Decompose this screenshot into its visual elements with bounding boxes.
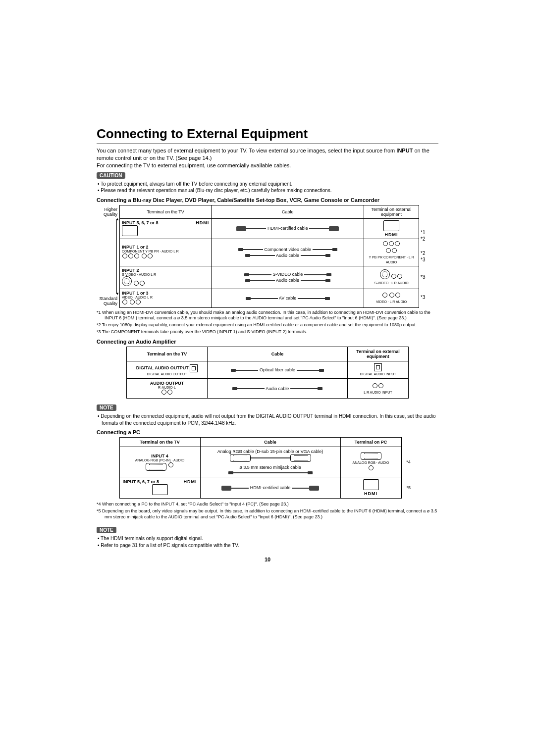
note-ref: *5 (406, 485, 411, 490)
header-tv: Terminal on the TV (127, 347, 208, 361)
rca-icon (392, 248, 397, 253)
hdmi-plug-icon (309, 486, 319, 491)
input-label: INPUT 1 or 2 (122, 245, 149, 250)
title-rule (97, 144, 438, 144)
rca-icon (391, 274, 396, 279)
cable-label: Analog RGB cable (D-sub 15-pin cable or … (204, 449, 337, 454)
intro-input-word: INPUT (396, 148, 413, 153)
hdmi-port-icon (152, 484, 168, 495)
input-label: AUDIO OUTPUT (150, 381, 184, 386)
input-label: INPUT 2 (122, 268, 139, 273)
note-badge: NOTE (97, 527, 116, 533)
table-row: INPUT 4 ANALOG RGB (PC-IN) · AUDIO Analo… (119, 447, 416, 477)
pc-footnotes: *4 When connecting a PC to the INPUT 4, … (97, 502, 438, 520)
hdmi-plug-icon (329, 226, 339, 231)
rca-icon (395, 293, 400, 298)
rca-icon (136, 300, 141, 304)
vga-plug-icon (290, 454, 311, 462)
amp-section-heading: Connecting an Audio Amplifier (97, 339, 438, 345)
table-row: AUDIO OUTPUT R-AUDIO-L Audio cable L R A… (127, 379, 409, 399)
rca-icon (130, 300, 135, 304)
audio-jack-icon (168, 462, 173, 467)
caution-badge: CAUTION (97, 172, 125, 179)
audio-jack-icon (369, 465, 374, 470)
rca-icon (397, 274, 402, 279)
pc-note-list: The HDMI terminals only support digital … (97, 535, 438, 549)
amp-note-item: Depending on the connected equipment, au… (102, 413, 438, 426)
pc-note-item: The HDMI terminals only support digital … (102, 535, 438, 542)
hdmi-logo: HDMI (196, 220, 209, 225)
page-content: Connecting to External Equipment You can… (97, 0, 438, 562)
table-header-row: Terminal on the TV Cable Terminal on PC (119, 438, 416, 447)
note-ref: *2 (421, 236, 431, 242)
cable-label: Component video cable (264, 247, 311, 252)
header-ext: Terminal on external equipment (348, 347, 409, 361)
input-label: INPUT 5, 6, 7 or 8 (123, 479, 160, 484)
pc-table: Terminal on the TV Cable Terminal on PC … (119, 437, 416, 499)
pc-section-heading: Connecting a PC (97, 429, 438, 435)
hdmi-port-icon (122, 225, 138, 236)
note-ref: *3 (421, 274, 431, 280)
main-connection-diagram: Higher Quality ▲ ▼ Standard Quality Term… (97, 205, 438, 308)
page-title: Connecting to External Equipment (97, 126, 438, 142)
hdmi-logo: HDMI (184, 479, 197, 484)
rca-icon (140, 281, 145, 286)
header-cable: Cable (212, 205, 364, 218)
footnote: *4 When connecting a PC to the INPUT 4, … (97, 502, 438, 507)
rca-icon (122, 300, 127, 304)
hdmi-plug-icon (221, 486, 231, 491)
rca-icon (373, 383, 377, 388)
table-row: INPUT 1 or 2 COMPONENT Y PB PR · AUDIO L… (120, 239, 419, 266)
higher-quality-label: Higher Quality (97, 207, 117, 217)
rca-icon (386, 248, 391, 253)
rca-icon (134, 253, 139, 258)
table-header-row: Terminal on the TV Cable Terminal on ext… (127, 347, 409, 361)
hdmi-plug-icon (236, 226, 246, 231)
cable-label: ø 3.5 mm stereo minijack cable (204, 465, 337, 470)
rca-icon (395, 241, 400, 246)
page-number: 10 (97, 556, 438, 562)
note-ref: *2 (421, 250, 431, 256)
main-section-heading: Connecting a Blu-ray Disc Player, DVD Pl… (97, 197, 438, 203)
cable-label: AV cable (279, 296, 296, 301)
optical-port-icon (374, 363, 382, 371)
table-row: INPUT 1 or 3 VIDEO · AUDIO L R AV cable … (120, 289, 419, 307)
pc-note-item: Refer to page 31 for a list of PC signal… (102, 542, 438, 549)
note-badge: NOTE (97, 404, 116, 411)
table-row: INPUT 5, 6, 7 or 8 HDMI HDMI-certified c… (119, 477, 416, 499)
rca-icon (167, 390, 172, 395)
cable-label: Audio cable (276, 278, 299, 283)
hdmi-logo: HDMI (364, 491, 377, 496)
rca-icon (134, 281, 139, 286)
header-cable: Cable (200, 438, 340, 447)
table-row: DIGITAL AUDIO OUTPUT DIGITAL AUDIO OUTPU… (127, 361, 409, 379)
note-ref: *3 (421, 256, 431, 263)
rca-icon (122, 253, 127, 258)
vga-port-icon (146, 463, 166, 471)
cable-label: HDMI-certified cable (268, 226, 308, 231)
table-row: INPUT 2 S-VIDEO · AUDIO L R S-VIDEO cabl… (120, 266, 419, 289)
cable-label: Optical fiber cable (260, 367, 295, 372)
main-footnotes: *1 When using an HDMI-DVI conversion cab… (97, 310, 438, 335)
hdmi-port-icon (363, 479, 379, 490)
optical-port-icon (190, 364, 198, 372)
rca-icon (142, 253, 147, 258)
amp-table: Terminal on the TV Cable Terminal on ext… (126, 347, 409, 399)
ext-label: S-VIDEO · L R AUDIO (374, 281, 409, 285)
cable-label: S-VIDEO cable (272, 272, 303, 277)
svideo-icon (380, 269, 390, 279)
header-tv: Terminal on the TV (119, 438, 200, 447)
footnote: *5 Depending on the board, only video si… (97, 508, 438, 520)
caution-list: To protect equipment, always turn off th… (97, 181, 438, 194)
footnote: *1 When using an HDMI-DVI conversion cab… (97, 310, 438, 321)
ext-label: L R AUDIO INPUT (364, 391, 392, 394)
terminal-labels: COMPONENT Y PB PR · AUDIO L R (122, 250, 209, 253)
terminal-labels: VIDEO · AUDIO L R (122, 296, 209, 299)
hdmi-port-icon (383, 220, 399, 231)
main-connection-table: Terminal on the TV Cable Terminal on ext… (119, 205, 419, 308)
intro-paragraph: You can connect many types of external e… (97, 147, 438, 169)
input-label: DIGITAL AUDIO OUTPUT (136, 365, 189, 370)
note-ref: *4 (406, 459, 411, 464)
ext-label: DIGITAL AUDIO INPUT (360, 372, 396, 376)
intro-text-a: You can connect many types of external e… (97, 148, 396, 153)
